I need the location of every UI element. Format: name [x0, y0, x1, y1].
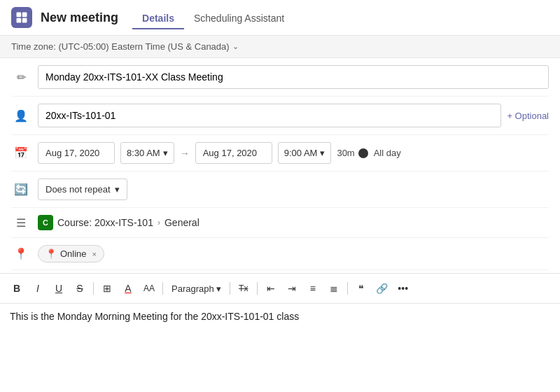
title-content — [38, 65, 549, 89]
repeat-row: 🔄 Does not repeat ▾ — [11, 172, 549, 208]
svg-rect-1 — [22, 13, 27, 18]
tab-scheduling[interactable]: Scheduling Assistant — [184, 8, 294, 29]
attendees-content: + Optional — [38, 104, 549, 127]
location-value: Online — [60, 248, 87, 259]
table-button[interactable]: ⊞ — [97, 279, 117, 298]
font-color-button[interactable]: A — [118, 279, 138, 298]
people-icon: 👤 — [11, 109, 31, 122]
datetime-row: 📅 Aug 17, 2020 8:30 AM ▾ → Aug 17, 2020 … — [11, 135, 549, 172]
toolbar-divider-2 — [162, 282, 163, 295]
location-content: 📍 Online × — [38, 245, 549, 262]
bold-button[interactable]: B — [7, 279, 27, 298]
paragraph-chevron-icon: ▾ — [216, 284, 221, 294]
more-button[interactable]: ••• — [393, 279, 413, 298]
attendees-row: 👤 + Optional — [11, 97, 549, 135]
timezone-label: Time zone: (UTC-05:00) Eastern Time (US … — [11, 41, 230, 52]
numbered-button[interactable]: ≣ — [324, 279, 344, 298]
allday-label: All day — [374, 148, 401, 158]
optional-link[interactable]: + Optional — [507, 111, 549, 121]
page-title: New meeting — [41, 10, 118, 25]
arrow-right-icon: → — [180, 148, 190, 159]
start-time-value: 8:30 AM — [127, 148, 160, 158]
duration-dot-icon — [358, 148, 368, 158]
toolbar-divider-4 — [257, 282, 258, 295]
duration-badge: 30m — [337, 148, 368, 158]
clear-format-button[interactable]: Tx — [234, 279, 253, 298]
location-row: 📍 📍 Online × — [11, 238, 549, 270]
channel-content: C Course: 20xx-ITS-101 › General — [38, 215, 549, 230]
end-time-chevron-icon: ▾ — [320, 148, 325, 158]
title-row: ✏ — [11, 58, 549, 97]
toolbar-divider-3 — [230, 282, 230, 295]
toolbar-divider-5 — [347, 282, 348, 295]
location-icon: 📍 — [11, 247, 31, 260]
calendar-icon: 📅 — [11, 146, 31, 160]
font-size-button[interactable]: AA — [139, 279, 159, 298]
pencil-icon: ✏ — [11, 71, 31, 84]
editor-content[interactable]: This is the Monday Morning Meeting for t… — [0, 304, 560, 346]
repeat-dropdown[interactable]: Does not repeat ▾ — [38, 178, 127, 200]
repeat-content: Does not repeat ▾ — [38, 178, 549, 200]
quote-button[interactable]: ❝ — [351, 279, 371, 298]
channel-icon: ☰ — [11, 216, 31, 230]
start-time-input[interactable]: 8:30 AM ▾ — [120, 142, 174, 164]
header: New meeting Details Scheduling Assistant — [0, 0, 560, 36]
strikethrough-button[interactable]: S — [70, 279, 90, 298]
tab-details[interactable]: Details — [132, 8, 184, 29]
repeat-value: Does not repeat — [46, 184, 111, 195]
location-pin-icon: 📍 — [46, 248, 57, 259]
repeat-icon: 🔄 — [11, 183, 31, 196]
channel-row: ☰ C Course: 20xx-ITS-101 › General — [11, 208, 549, 238]
timezone-selector[interactable]: Time zone: (UTC-05:00) Eastern Time (US … — [0, 36, 560, 58]
tab-bar: Details Scheduling Assistant — [132, 7, 294, 28]
attendees-input[interactable] — [38, 104, 501, 127]
svg-rect-2 — [17, 18, 22, 23]
timezone-chevron-icon: ⌄ — [232, 42, 239, 51]
location-remove-button[interactable]: × — [92, 250, 97, 258]
end-time-value: 9:00 AM — [284, 148, 318, 158]
paragraph-label: Paragraph — [172, 284, 214, 294]
end-time-input[interactable]: 9:00 AM ▾ — [278, 142, 332, 164]
location-tag: 📍 Online × — [38, 245, 104, 262]
underline-button[interactable]: U — [49, 279, 69, 298]
app-icon — [11, 7, 32, 28]
editor-toolbar: B I U S ⊞ A AA Paragraph ▾ Tx ⇤ ⇥ ≡ ≣ ❝ … — [0, 274, 560, 304]
course-label: Course: 20xx-ITS-101 — [57, 217, 153, 228]
start-time-chevron-icon: ▾ — [163, 148, 168, 158]
datetime-content: Aug 17, 2020 8:30 AM ▾ → Aug 17, 2020 9:… — [38, 142, 549, 164]
repeat-chevron-icon: ▾ — [115, 184, 120, 195]
indent-right-button[interactable]: ⇥ — [282, 279, 302, 298]
italic-button[interactable]: I — [28, 279, 48, 298]
duration-value: 30m — [337, 148, 354, 158]
toolbar-divider-1 — [93, 282, 94, 295]
editor-section: B I U S ⊞ A AA Paragraph ▾ Tx ⇤ ⇥ ≡ ≣ ❝ … — [0, 273, 560, 346]
svg-rect-3 — [22, 18, 27, 23]
channel-name: General — [164, 217, 200, 228]
bullets-button[interactable]: ≡ — [303, 279, 323, 298]
editor-text: This is the Monday Morning Meeting for t… — [10, 311, 299, 322]
link-button[interactable]: 🔗 — [372, 279, 392, 298]
form-body: ✏ 👤 + Optional 📅 Aug 17, 2020 8:30 AM ▾ … — [0, 58, 560, 270]
channel-chevron-icon: › — [158, 218, 160, 227]
paragraph-dropdown[interactable]: Paragraph ▾ — [167, 281, 226, 297]
start-date-input[interactable]: Aug 17, 2020 — [38, 142, 115, 164]
end-date-input[interactable]: Aug 17, 2020 — [195, 142, 272, 164]
indent-left-button[interactable]: ⇤ — [261, 279, 281, 298]
svg-rect-0 — [17, 13, 22, 18]
channel-avatar: C — [38, 215, 53, 230]
title-input[interactable] — [38, 65, 549, 89]
